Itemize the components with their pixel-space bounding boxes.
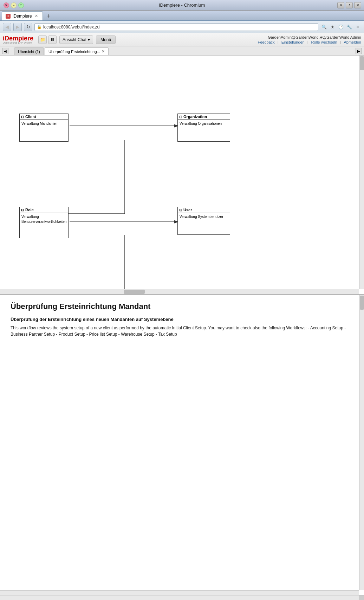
expand-sidebar-button[interactable]: ▶: [356, 48, 362, 54]
title-btn-2[interactable]: ∧: [346, 2, 353, 8]
url-input[interactable]: 🔒 localhost:8080/webui/index.zul: [34, 23, 318, 31]
folder-toolbar-icon[interactable]: 📁: [38, 36, 47, 44]
new-tab-button[interactable]: +: [44, 12, 53, 20]
lock-icon: 🔒: [37, 25, 42, 29]
node-user-header: ⊟ User: [178, 207, 230, 213]
back-button[interactable]: ◀: [3, 23, 11, 31]
node-user-title: User: [183, 208, 192, 212]
tab-favicon: iD: [6, 14, 11, 19]
chrome-menu-icon[interactable]: ≡: [354, 24, 361, 31]
node-client-text: Verwaltung Mandanten: [21, 122, 57, 125]
reload-icon: ↻: [26, 24, 30, 30]
toolbar-user-info: GardenAdmin@GardenWorld.HQ/GardenWorld A…: [258, 35, 361, 44]
node-role-header: ⊟ Role: [20, 207, 68, 213]
desc-content: Überprüfung Ersteinrichtung Mandant Über…: [11, 302, 353, 337]
browser-tab-label: iDempiere: [13, 14, 32, 19]
window-maximize-icon[interactable]: □: [18, 2, 24, 8]
tab-workflow-label: Überprüfung Ersteinrichtung...: [48, 50, 100, 54]
logout-link[interactable]: Abmelden: [344, 40, 361, 44]
sep3: |: [340, 40, 341, 44]
node-organization-body: Verwaltung Organisationen: [178, 120, 230, 137]
node-client[interactable]: ⊟ Client Verwaltung Mandanten: [19, 114, 69, 142]
extensions-icon[interactable]: 🔧: [346, 24, 353, 31]
node-client-header: ⊟ Client: [20, 114, 68, 120]
role-switch-link[interactable]: Rolle wechseln: [311, 40, 337, 44]
diagram-hscrollbar[interactable]: [0, 289, 359, 294]
window-close-icon[interactable]: ✕: [4, 2, 9, 8]
node-user-icon: ⊟: [179, 208, 182, 212]
node-user-text: Verwaltung Systembenutzer: [180, 215, 223, 219]
node-role[interactable]: ⊟ Role Verwaltung Benutzerverantwortlich…: [19, 207, 69, 238]
desc-vscrollbar[interactable]: [359, 295, 364, 590]
history-icon[interactable]: 🕐: [337, 24, 344, 31]
browser-tab-active[interactable]: iD iDempiere ✕: [2, 11, 43, 20]
app-area: iDempiere Open Source ERP System 📁 🖥 Ans…: [0, 33, 364, 600]
node-role-text: Verwaltung Benutzerverantwortlichkeiten: [21, 215, 66, 224]
window-controls: ✕ − □: [4, 2, 24, 8]
node-organization-icon: ⊟: [179, 115, 182, 119]
feedback-link[interactable]: Feedback: [258, 40, 275, 44]
url-text: localhost:8080/webui/index.zul: [43, 25, 100, 30]
tab-close-button[interactable]: ✕: [34, 14, 39, 19]
bottom-status-bar: [0, 595, 364, 600]
node-organization-title: Organization: [183, 115, 207, 119]
node-client-body: Verwaltung Mandanten: [20, 120, 68, 137]
title-bar: ✕ − □ iDempiere - Chromium ∨ ∧ ✕: [0, 0, 364, 11]
search-icon[interactable]: 🔍: [320, 24, 327, 31]
bookmark-icon[interactable]: ★: [329, 24, 336, 31]
browser-tab-bar: iD iDempiere ✕ +: [0, 11, 364, 21]
description-panel: Überprüfung Ersteinrichtung Mandant Über…: [0, 295, 364, 595]
user-info-text: GardenAdmin@GardenWorld.HQ/GardenWorld A…: [258, 35, 361, 39]
tab-overview-label: Übersicht (1): [18, 50, 40, 54]
idempiere-logo: iDempiere Open Source ERP System: [3, 35, 33, 44]
view-dropdown[interactable]: Ansicht Chat ▾: [59, 36, 93, 44]
description-title: Überprüfung Ersteinrichtung Mandant: [11, 302, 346, 311]
page-tabs: ◀ Übersicht (1) Überprüfung Ersteinricht…: [0, 46, 364, 56]
menu-button[interactable]: Menü: [96, 36, 116, 44]
address-bar-icons: 🔍 ★ 🕐 🔧 ≡: [320, 24, 361, 31]
forward-icon: ▶: [16, 24, 19, 30]
diagram-canvas: ⊟ Client Verwaltung Mandanten ⊟ Organiza…: [0, 56, 281, 295]
arrows-svg: [0, 56, 281, 295]
description-subtitle: Überprüfung der Ersteinrichtung eines ne…: [11, 317, 346, 322]
title-btn-1[interactable]: ∨: [337, 2, 344, 8]
dropdown-arrow-icon: ▾: [88, 37, 90, 42]
hscroll-thumb[interactable]: [124, 290, 145, 294]
main-content: ⊟ Client Verwaltung Mandanten ⊟ Organiza…: [0, 56, 364, 600]
logo-text: iDempiere: [3, 35, 33, 41]
node-role-title: Role: [25, 208, 34, 212]
node-user-body: Verwaltung Systembenutzer: [178, 213, 230, 231]
browser-window: ✕ − □ iDempiere - Chromium ∨ ∧ ✕ iD iDem…: [0, 0, 364, 600]
desc-hscrollbar[interactable]: [0, 590, 359, 595]
reload-button[interactable]: ↻: [24, 23, 32, 31]
tab-overview[interactable]: Übersicht (1): [14, 47, 44, 55]
back-icon: ◀: [5, 24, 9, 30]
vscroll-thumb[interactable]: [360, 56, 364, 70]
tab-workflow-close[interactable]: ✕: [102, 49, 105, 54]
toolbar-icon-group: 📁 🖥: [38, 36, 57, 44]
node-organization-text: Verwaltung Organisationen: [180, 122, 222, 125]
logo-subtext: Open Source ERP System: [3, 41, 33, 44]
monitor-toolbar-icon[interactable]: 🖥: [48, 36, 57, 44]
settings-link[interactable]: Einstellungen: [281, 40, 305, 44]
bottom-hscroll[interactable]: [0, 595, 359, 600]
view-dropdown-label: Ansicht Chat: [63, 37, 86, 42]
window-title: iDempiere - Chromium: [159, 2, 205, 8]
sep2: |: [307, 40, 308, 44]
node-organization-header: ⊟ Organization: [178, 114, 230, 120]
diagram-area: ⊟ Client Verwaltung Mandanten ⊟ Organiza…: [0, 56, 364, 295]
bottom-corner: [359, 595, 364, 600]
collapse-sidebar-button[interactable]: ◀: [2, 48, 8, 54]
node-user[interactable]: ⊟ User Verwaltung Systembenutzer: [177, 207, 230, 235]
diagram-vscrollbar[interactable]: [359, 56, 364, 289]
toolbar-links: Feedback | Einstellungen | Rolle wechsel…: [258, 40, 361, 44]
window-minimize-icon[interactable]: −: [11, 2, 17, 8]
sep1: |: [278, 40, 279, 44]
forward-button[interactable]: ▶: [13, 23, 22, 31]
desc-vscroll-thumb[interactable]: [360, 296, 364, 310]
node-organization[interactable]: ⊟ Organization Verwaltung Organisationen: [177, 114, 230, 142]
tab-workflow[interactable]: Überprüfung Ersteinrichtung... ✕: [45, 47, 109, 55]
title-btn-3[interactable]: ✕: [354, 2, 361, 8]
app-toolbar: iDempiere Open Source ERP System 📁 🖥 Ans…: [0, 33, 364, 46]
node-client-title: Client: [25, 115, 36, 119]
